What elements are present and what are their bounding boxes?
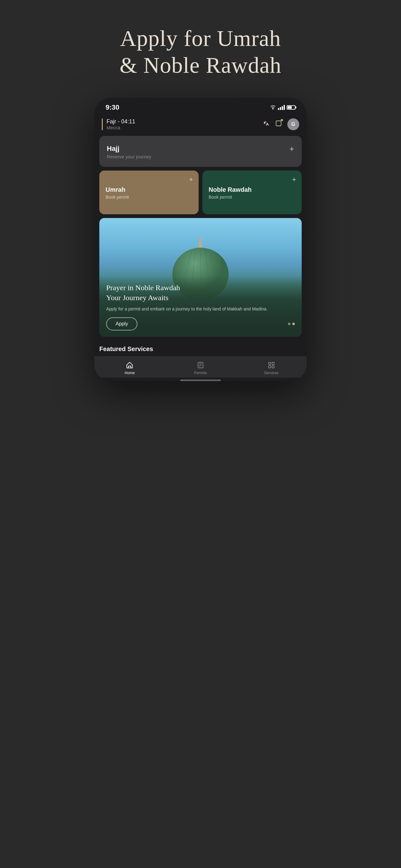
rawdah-card-plus-button[interactable]: + xyxy=(292,176,296,184)
svg-rect-20 xyxy=(269,366,271,368)
main-content: Hajj Reserve your journey + + Umrah Book… xyxy=(94,136,307,356)
wifi-icon xyxy=(270,105,276,110)
translate-button[interactable] xyxy=(263,120,270,129)
rawdah-card-subtitle: Book permit xyxy=(209,194,296,199)
bottom-nav: Home Permits Services xyxy=(94,356,307,378)
home-indicator xyxy=(180,379,221,381)
feature-banner: Prayer in Noble Rawdah Your Journey Awai… xyxy=(99,218,302,337)
svg-point-5 xyxy=(198,244,203,248)
app-header: Fajr - 04:11 Mecca G xyxy=(94,115,307,136)
notification-button[interactable] xyxy=(275,120,282,129)
nav-label-home: Home xyxy=(125,371,134,375)
nav-item-home[interactable]: Home xyxy=(94,361,165,375)
status-bar: 9:30 xyxy=(94,98,307,115)
svg-point-4 xyxy=(199,241,202,244)
services-icon xyxy=(267,361,275,369)
svg-rect-1 xyxy=(276,121,281,126)
svg-rect-18 xyxy=(269,362,271,365)
prayer-location: Mecca xyxy=(106,125,135,130)
umrah-card-title: Umrah xyxy=(105,186,192,193)
featured-services-title: Featured Services xyxy=(99,340,302,356)
nav-label-services: Services xyxy=(264,371,279,375)
apply-button[interactable]: Apply xyxy=(106,317,137,331)
battery-icon xyxy=(287,105,296,110)
prayer-text: Fajr - 04:11 Mecca xyxy=(106,118,135,130)
status-icons xyxy=(270,105,296,110)
banner-overlay: Prayer in Noble Rawdah Your Journey Awai… xyxy=(99,276,302,336)
umrah-card-content: Umrah Book permit xyxy=(105,177,192,199)
rawdah-card[interactable]: + Noble Rawdah Book permit xyxy=(203,170,302,214)
banner-bottom: Apply xyxy=(106,317,295,331)
banner-description: Apply for a permit and embark on a journ… xyxy=(106,306,295,312)
dot-2 xyxy=(292,323,295,325)
user-avatar[interactable]: G xyxy=(287,118,299,130)
svg-rect-13 xyxy=(128,366,131,368)
hajj-card-text: Hajj Reserve your journey xyxy=(107,145,151,159)
dots-indicator xyxy=(288,323,295,325)
banner-title: Prayer in Noble Rawdah Your Journey Awai… xyxy=(106,283,295,302)
prayer-info: Fajr - 04:11 Mecca xyxy=(102,118,135,130)
hero-title-line2: & Noble Rawdah xyxy=(120,53,281,78)
umrah-card-plus-button[interactable]: + xyxy=(189,176,193,184)
dot-1 xyxy=(288,323,290,325)
rawdah-card-content: Noble Rawdah Book permit xyxy=(209,177,296,199)
nav-item-services[interactable]: Services xyxy=(236,361,307,375)
prayer-name: Fajr - 04:11 xyxy=(106,118,135,125)
translate-icon xyxy=(263,120,270,127)
permits-icon xyxy=(196,361,205,369)
two-cards-row: + Umrah Book permit + Noble Rawdah Book … xyxy=(99,170,302,214)
hero-title: Apply for Umrah & Noble Rawdah xyxy=(101,0,300,98)
home-icon xyxy=(126,361,134,369)
status-time: 9:30 xyxy=(105,103,119,112)
svg-rect-21 xyxy=(272,366,274,368)
hajj-card-subtitle: Reserve your journey xyxy=(107,154,151,159)
hajj-card[interactable]: Hajj Reserve your journey + xyxy=(99,136,302,167)
umrah-card[interactable]: + Umrah Book permit xyxy=(99,170,198,214)
umrah-card-subtitle: Book permit xyxy=(105,194,192,199)
hajj-card-title: Hajj xyxy=(107,145,151,153)
header-actions: G xyxy=(263,118,299,130)
banner-title-line2: Your Journey Awaits xyxy=(106,293,168,302)
hajj-card-plus-button[interactable]: + xyxy=(289,145,294,153)
banner-title-line1: Prayer in Noble Rawdah xyxy=(106,284,180,292)
svg-point-0 xyxy=(273,108,274,109)
nav-label-permits: Permits xyxy=(194,371,207,375)
hero-title-line1: Apply for Umrah xyxy=(120,26,281,51)
nav-item-permits[interactable]: Permits xyxy=(165,361,236,375)
notification-dot xyxy=(281,119,283,121)
rawdah-card-title: Noble Rawdah xyxy=(209,186,296,193)
svg-point-3 xyxy=(199,238,202,241)
phone-mockup: 9:30 Fajr - 04:11 Mecca xyxy=(94,98,307,381)
signal-icon xyxy=(278,105,285,110)
prayer-accent-bar xyxy=(102,118,103,130)
svg-rect-19 xyxy=(272,362,274,365)
